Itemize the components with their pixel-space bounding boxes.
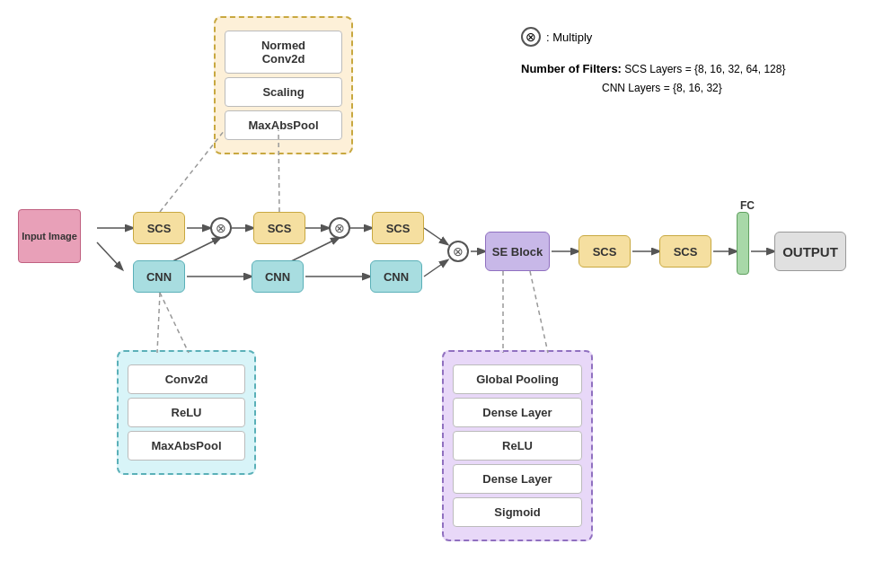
cnn1-label: CNN bbox=[146, 270, 172, 284]
se-sigmoid: Sigmoid bbox=[453, 497, 582, 527]
cnn-relu: ReLU bbox=[128, 398, 245, 427]
svg-line-22 bbox=[530, 271, 548, 353]
legend: ⊗ : Multiply Number of Filters: SCS Laye… bbox=[521, 27, 785, 97]
se-relu: ReLU bbox=[453, 431, 582, 461]
scs-expand-box: Normed Conv2d Scaling MaxAbsPool bbox=[214, 16, 353, 154]
svg-line-10 bbox=[424, 228, 447, 244]
scs-scaling: Scaling bbox=[225, 77, 342, 107]
scs3-label: SCS bbox=[386, 222, 411, 235]
scs5-label: SCS bbox=[674, 245, 698, 259]
output-box: OUTPUT bbox=[774, 232, 846, 271]
se-dense2: Dense Layer bbox=[453, 464, 582, 494]
fc-bar bbox=[737, 212, 749, 275]
svg-line-11 bbox=[424, 260, 447, 276]
cnn-expand-box: Conv2d ReLU MaxAbsPool bbox=[117, 350, 256, 475]
multiply2-circle: ⊗ bbox=[329, 217, 350, 239]
scs1-label: SCS bbox=[147, 222, 172, 235]
svg-line-20 bbox=[157, 293, 160, 353]
se-global-pooling: Global Pooling bbox=[453, 364, 582, 394]
filters-label: Number of Filters: bbox=[521, 62, 622, 75]
multiply1-circle: ⊗ bbox=[210, 217, 232, 239]
cnn-layers-text: CNN Layers = {8, 16, 32} bbox=[602, 82, 722, 94]
output-label: OUTPUT bbox=[782, 244, 838, 259]
cnn-maxabspool: MaxAbsPool bbox=[128, 431, 245, 461]
scs-maxabspool: MaxAbsPool bbox=[225, 110, 342, 140]
scs4-box: SCS bbox=[578, 235, 631, 268]
multiply3-circle: ⊗ bbox=[447, 241, 469, 262]
scs4-label: SCS bbox=[593, 245, 617, 259]
cnn-conv2d: Conv2d bbox=[128, 364, 245, 394]
filters-legend: Number of Filters: SCS Layers = {8, 16, … bbox=[521, 59, 785, 97]
scs3-box: SCS bbox=[372, 212, 424, 244]
svg-line-19 bbox=[160, 293, 189, 353]
cnn1-box: CNN bbox=[133, 260, 185, 293]
scs-layers-text: SCS Layers = {8, 16, 32, 64, 128} bbox=[624, 63, 785, 75]
se-block-label: SE Block bbox=[492, 245, 543, 259]
input-image-label: Input Image bbox=[22, 231, 77, 241]
cnn2-box: CNN bbox=[252, 260, 304, 293]
multiply-label: : Multiply bbox=[546, 31, 592, 44]
scs5-box: SCS bbox=[659, 235, 711, 268]
multiply-icon: ⊗ bbox=[521, 27, 541, 47]
se-expand-box: Global Pooling Dense Layer ReLU Dense La… bbox=[442, 350, 593, 541]
scs1-box: SCS bbox=[133, 212, 185, 244]
se-dense1: Dense Layer bbox=[453, 398, 582, 427]
scs-normed-conv: Normed Conv2d bbox=[225, 31, 342, 74]
se-block-box: SE Block bbox=[485, 232, 550, 271]
cnn3-box: CNN bbox=[370, 260, 422, 293]
cnn3-label: CNN bbox=[384, 270, 409, 284]
multiply-legend: ⊗ : Multiply bbox=[521, 27, 785, 47]
scs2-box: SCS bbox=[253, 212, 305, 244]
svg-line-1 bbox=[97, 242, 122, 269]
fc-label: FC bbox=[740, 199, 755, 212]
input-image-box: Input Image bbox=[18, 209, 81, 263]
cnn2-label: CNN bbox=[265, 270, 290, 284]
scs2-label: SCS bbox=[268, 222, 292, 235]
